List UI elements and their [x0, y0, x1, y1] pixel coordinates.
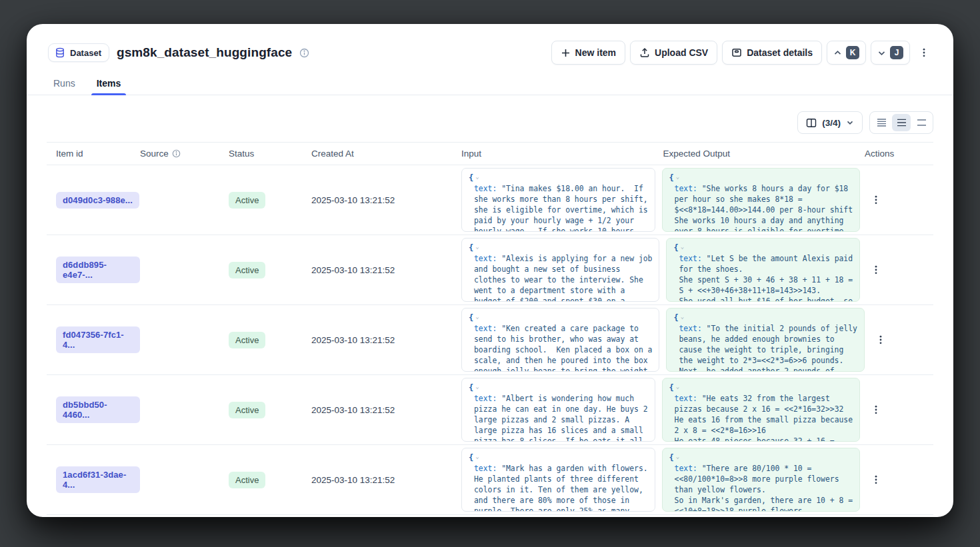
json-collapse-toggle[interactable]: {⌄ — [469, 312, 652, 323]
source-info-icon[interactable] — [172, 149, 181, 158]
item-id-cell: db5bbd50-4460... — [47, 396, 140, 423]
expected-output-json-card[interactable]: {⌄text: "She works 8 hours a day for $18… — [662, 168, 860, 232]
json-collapse-toggle[interactable]: {⌄ — [469, 243, 652, 253]
input-json-card[interactable]: {⌄text: "Tina makes $18.00 an hour. Ifsh… — [461, 168, 655, 232]
chevron-down-icon[interactable]: ⌄ — [676, 174, 679, 180]
json-collapse-toggle[interactable]: {⌄ — [673, 312, 857, 323]
json-collapse-toggle[interactable]: {⌄ — [469, 452, 648, 463]
row-actions-button[interactable] — [867, 192, 885, 208]
shortcut-j-badge: J — [890, 46, 903, 59]
app-window: Dataset gsm8k_dataset_huggingface New it… — [27, 24, 953, 517]
table-body: d049d0c3-988e... Active 2025-03-10 13:21… — [47, 165, 933, 515]
column-header-input[interactable]: Input — [461, 149, 663, 159]
chevron-down-icon — [846, 119, 854, 127]
column-header-status[interactable]: Status — [229, 149, 311, 159]
code-line: clothes to wear to the interview. She — [469, 274, 652, 285]
columns-selector-button[interactable]: (3/4) — [797, 111, 863, 134]
row-actions-button[interactable] — [871, 332, 890, 348]
item-id-badge[interactable]: db5bbd50-4460... — [56, 396, 140, 423]
chevron-down-icon[interactable]: ⌄ — [475, 174, 479, 180]
previous-item-button[interactable]: K — [827, 41, 866, 65]
table-row: fd047356-7fc1-4... Active 2025-03-10 13:… — [47, 305, 933, 375]
input-json-card[interactable]: {⌄text: "Alexis is applying for a new jo… — [461, 238, 659, 302]
item-id-cell: fd047356-7fc1-4... — [47, 326, 140, 353]
open-brace: { — [673, 312, 678, 323]
json-collapse-toggle[interactable]: {⌄ — [673, 243, 853, 253]
kebab-menu-icon — [919, 47, 929, 58]
row-height-small-button[interactable] — [872, 114, 891, 131]
expected-output-json-card[interactable]: {⌄text: "There are 80/100 * 10 =<<80/100… — [662, 448, 860, 512]
title-info-icon[interactable] — [299, 48, 309, 58]
column-header-expected-output[interactable]: Expected Output — [663, 149, 865, 159]
code-line: text: "He eats 32 from the largest — [669, 393, 853, 404]
code-line: and bought a new set of business — [469, 264, 652, 274]
upload-csv-label: Upload CSV — [655, 47, 708, 58]
item-id-badge[interactable]: fd047356-7fc1-4... — [56, 326, 140, 353]
item-id-cell: 1acd6f31-3dae-4... — [47, 466, 140, 493]
column-header-item-id[interactable]: Item id — [47, 149, 140, 159]
dataset-details-button[interactable]: Dataset details — [722, 41, 822, 65]
chevron-down-icon[interactable]: ⌄ — [681, 244, 684, 250]
json-collapse-toggle[interactable]: {⌄ — [669, 452, 853, 463]
expected-output-cell: {⌄text: "To the initial 2 pounds of jell… — [666, 305, 871, 374]
expected-output-json-card[interactable]: {⌄text: "To the initial 2 pounds of jell… — [666, 308, 864, 372]
header-more-actions-button[interactable] — [915, 41, 933, 65]
code-line: went to a department store with a — [469, 285, 652, 296]
code-line: He eats 16 from the small pizza because — [669, 414, 853, 425]
row-height-medium-button[interactable] — [892, 114, 911, 131]
chevron-down-icon[interactable]: ⌄ — [475, 454, 479, 460]
expected-output-json-card[interactable]: {⌄text: "Let S be the amount Alexis paid… — [666, 238, 860, 302]
table-row: db5bbd50-4460... Active 2025-03-10 13:21… — [47, 375, 933, 445]
item-id-cell: d6ddb895-e4e7-... — [47, 257, 140, 283]
items-table: Item id Source Status Created At Input E… — [47, 142, 933, 515]
item-id-badge[interactable]: d049d0c3-988e... — [56, 192, 139, 209]
code-line: $<<8*18=144.00>>144.00 per 8-hour shift — [669, 205, 853, 215]
dataset-type-badge: Dataset — [48, 43, 109, 62]
code-line: enough jelly beans to bring the weight — [469, 366, 652, 372]
json-collapse-toggle[interactable]: {⌄ — [669, 382, 853, 393]
code-line: <<80/100*10=8>>8 more purple flowers — [669, 474, 853, 484]
chevron-down-icon[interactable]: ⌄ — [475, 244, 479, 250]
json-collapse-toggle[interactable]: {⌄ — [469, 173, 648, 183]
next-item-button[interactable]: J — [871, 41, 910, 65]
upload-csv-button[interactable]: Upload CSV — [630, 41, 717, 65]
code-line: text: "To the initial 2 pounds of jelly — [673, 323, 857, 334]
page-header: Dataset gsm8k_dataset_huggingface New it… — [27, 24, 953, 65]
row-height-large-button[interactable] — [912, 114, 931, 131]
input-json-card[interactable]: {⌄text: "Mark has a garden with flowers.… — [461, 448, 655, 512]
status-badge: Active — [229, 402, 265, 418]
row-height-selector — [869, 111, 933, 134]
chevron-down-icon[interactable]: ⌄ — [681, 314, 684, 320]
status-badge: Active — [229, 332, 265, 348]
json-collapse-toggle[interactable]: {⌄ — [669, 173, 853, 183]
item-id-badge[interactable]: d6ddb895-e4e7-... — [56, 257, 140, 283]
code-line: she is eligible for overtime, which is — [469, 205, 648, 215]
created-at-cell: 2025-03-10 13:21:52 — [311, 335, 461, 345]
chevron-down-icon[interactable]: ⌄ — [475, 314, 479, 320]
code-line: boarding school. Ken placed a box on a — [469, 344, 652, 355]
table-toolbar: (3/4) — [27, 111, 953, 134]
table-row: d049d0c3-988e... Active 2025-03-10 13:21… — [47, 165, 933, 235]
row-actions-button[interactable] — [867, 262, 885, 278]
column-header-created-at[interactable]: Created At — [311, 149, 461, 159]
chevron-down-icon[interactable]: ⌄ — [676, 454, 679, 460]
actions-cell — [867, 192, 935, 208]
new-item-button[interactable]: New item — [551, 41, 625, 65]
code-line: cause the weight to triple, bringing — [673, 344, 857, 355]
code-line: budget of $200 and spent $30 on a — [469, 296, 652, 302]
row-actions-button[interactable] — [867, 402, 885, 418]
row-actions-button[interactable] — [867, 472, 885, 488]
columns-count-label: (3/4) — [822, 118, 841, 128]
tab-runs[interactable]: Runs — [48, 74, 81, 95]
expected-output-json-card[interactable]: {⌄text: "He eats 32 from the largestpizz… — [662, 378, 860, 442]
chevron-down-icon[interactable]: ⌄ — [676, 384, 679, 390]
input-json-card[interactable]: {⌄text: "Albert is wondering how muchpiz… — [461, 378, 655, 442]
chevron-down-icon[interactable]: ⌄ — [475, 384, 479, 390]
shortcut-k-badge: K — [846, 46, 859, 59]
column-header-source[interactable]: Source — [140, 149, 229, 159]
item-id-badge[interactable]: 1acd6f31-3dae-4... — [56, 466, 140, 493]
input-json-card[interactable]: {⌄text: "Ken created a care package tose… — [461, 308, 659, 372]
json-collapse-toggle[interactable]: {⌄ — [469, 382, 648, 393]
table-row: 1acd6f31-3dae-4... Active 2025-03-10 13:… — [47, 445, 933, 515]
tab-items[interactable]: Items — [91, 74, 127, 95]
